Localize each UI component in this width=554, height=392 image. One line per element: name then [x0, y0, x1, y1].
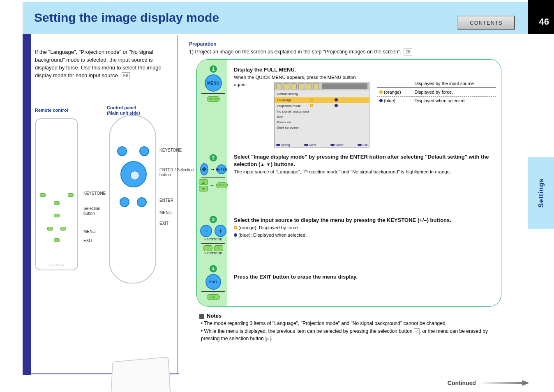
right-arrow-icon: ▷ — [265, 336, 271, 343]
right-column: Preparation 1) Project an image on the s… — [189, 41, 530, 58]
step-3-plus-green: + — [214, 245, 223, 251]
legend-table: Displayed by the input source (orange)Di… — [377, 79, 496, 105]
osd-screenshot: Default setting Language Projection mode… — [274, 82, 369, 148]
notes-section: Notes • The mode regarding 3 items of "L… — [199, 312, 499, 343]
remote-keystone-plus — [68, 193, 74, 197]
step-1-controls: 1 MENU MENU — [200, 65, 226, 102]
panel-keystone-minus — [117, 146, 127, 156]
step-3-number: 3 — [210, 216, 217, 223]
step-1-menu-button-blue: MENU — [205, 74, 222, 92]
side-tab-label: Settings — [538, 178, 545, 208]
callout-menu: MENU — [83, 229, 95, 234]
side-tab[interactable]: Settings — [528, 157, 554, 229]
callout-keystone: KEYSTONE — [83, 191, 106, 196]
step-4-controls: 4 EXIT EXIT — [200, 265, 226, 300]
callout-exit: EXIT — [83, 238, 92, 243]
panel-dpad — [120, 161, 147, 187]
left-column: If the "Language", "Projection mode" or … — [35, 43, 173, 85]
down-triangle-icon: ▼ — [266, 162, 271, 167]
up-triangle-icon: ▲ — [260, 162, 265, 167]
step-2-dpad-blue: ✥ — [200, 163, 208, 175]
step-4-number: 4 — [210, 265, 217, 272]
step-2-enter-blue: ENTER — [217, 164, 226, 174]
step-3-keystone-label-top: KEYSTONE — [200, 238, 226, 242]
device-illustrations: Remote control Control panel (Main unit … — [35, 115, 166, 345]
panel-menu — [120, 197, 129, 207]
continued-indicator: Continued — [448, 380, 529, 386]
step-3-text: Select the input source to display the m… — [234, 217, 493, 239]
remote-menu — [47, 227, 53, 231]
callout-menu2: MENU — [159, 210, 171, 215]
page-title: Setting the image display mode — [34, 11, 219, 25]
step-2-enter-green: ENTER — [216, 182, 228, 188]
osd-row: Start-up screen — [275, 125, 369, 130]
projector-outline — [110, 357, 171, 392]
step-3-controls: 3 − + KEYSTONE − + KEYSTONE — [200, 216, 226, 256]
intro-paragraph: If the "Language", "Projection mode" or … — [35, 48, 173, 79]
left-accent-bar — [23, 34, 31, 375]
page-ref-28[interactable]: 28 — [404, 48, 412, 55]
step-1-menu-button-green: MENU — [207, 96, 220, 102]
step-2-up-green: ▲ — [199, 179, 208, 185]
callout-selection: Selection button — [83, 206, 100, 216]
panel-outline — [109, 115, 156, 284]
step-3-plus-blue: + — [215, 225, 226, 237]
osd-row: No signal background — [275, 109, 369, 114]
osd-bottom-bar: Setting Move Select Exit — [276, 143, 367, 146]
notes-title: Notes — [207, 313, 222, 319]
osd-row: Language — [275, 97, 369, 103]
remote-exit — [54, 238, 60, 242]
panel-enter — [137, 197, 147, 207]
step-2-down-green: ▼ — [199, 186, 208, 191]
remote-keystone-minus — [40, 193, 46, 197]
step-3-minus-blue: − — [200, 225, 212, 237]
osd-row: Projection mode — [275, 103, 369, 109]
header-banner: Setting the image display mode — [23, 2, 528, 34]
osd-row: Icon — [275, 114, 369, 120]
remote-label: Remote control — [35, 108, 68, 113]
step-3-minus-green: − — [203, 245, 212, 251]
callout-enter-sel: ENTER / Selection button — [159, 168, 194, 178]
page-ref-56[interactable]: 56 — [122, 72, 130, 80]
osd-category: Default setting — [275, 90, 369, 97]
callout-enter2: ENTER — [159, 198, 173, 203]
step-1-number: 1 — [210, 65, 217, 73]
note-item-2: • While the menu is displayed, the previ… — [201, 328, 499, 342]
page-number: 46 — [539, 16, 549, 27]
step-2-controls: 2 ✥ → ENTER ▲ ▼ → ENTER — [200, 154, 226, 191]
brand-text: TOSHIBA — [36, 263, 77, 266]
preparation-text: 1) Project an image on the screen as exp… — [189, 48, 530, 56]
remote-sel-up — [54, 201, 60, 205]
panel-keystone-plus — [139, 146, 149, 156]
osd-tabs — [275, 82, 369, 90]
left-arrow-icon: ◁ — [414, 328, 420, 335]
step-4-exit-blue: EXIT — [205, 274, 221, 290]
remote-enter — [60, 227, 66, 231]
continued-arrow-icon — [480, 380, 529, 386]
step-2-number: 2 — [210, 154, 217, 161]
step-4-exit-green: EXIT — [207, 294, 220, 300]
remote-outline: TOSHIBA — [35, 118, 78, 270]
column-divider — [177, 35, 179, 374]
step-3-keystone-label-bot: KEYSTONE — [200, 252, 226, 256]
note-item-1: • The mode regarding 3 items of "Languag… — [201, 320, 499, 327]
contents-button[interactable]: CONTENTS — [457, 16, 515, 30]
remote-sel-down — [54, 214, 60, 217]
callout-keystone2: KEYSTONE — [159, 148, 182, 153]
step-4-text: Press the EXIT button to erase the menu … — [234, 273, 493, 281]
notes-icon — [199, 314, 204, 319]
callout-exit2: EXIT — [159, 221, 169, 226]
instruction-box: 1 MENU MENU Display the FULL MENU. When … — [196, 59, 501, 307]
panel-label: Control panel (Main unit side) — [107, 105, 140, 116]
preparation-label: Preparation — [189, 41, 530, 47]
step-2-text: Select "Image display mode" by pressing … — [234, 153, 493, 176]
osd-row: Power on — [275, 120, 369, 125]
